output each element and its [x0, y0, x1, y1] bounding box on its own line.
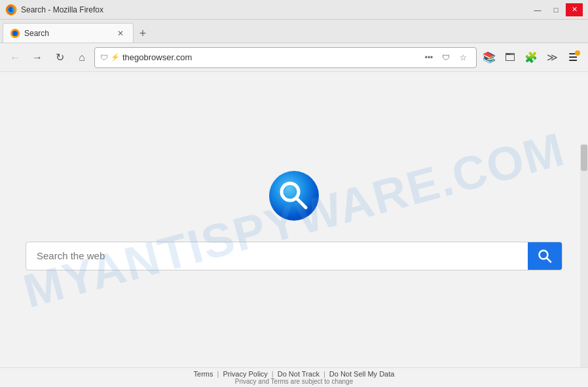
minimize-button[interactable]: —: [529, 3, 546, 16]
home-button[interactable]: ⌂: [72, 48, 92, 67]
footer-donottrack-link[interactable]: Do Not Track: [278, 370, 320, 378]
search-button[interactable]: [528, 242, 562, 270]
url-bar[interactable]: 🛡 ⚡ ••• 🛡 ☆: [94, 47, 477, 68]
url-input[interactable]: [122, 52, 418, 62]
nav-bar: ← → ↻ ⌂ 🛡 ⚡ ••• 🛡 ☆ 📚 🗔 🧩 ≫ ☰: [0, 43, 588, 72]
svg-line-8: [547, 257, 551, 262]
notification-dot: [575, 50, 580, 56]
title-bar: Search - Mozilla Firefox — □ ✕: [0, 0, 588, 20]
back-button[interactable]: ←: [5, 48, 25, 67]
svg-point-4: [269, 171, 319, 221]
tab-icon: [10, 28, 20, 39]
footer-privacy-link[interactable]: Privacy Policy: [223, 370, 267, 378]
footer-sep-2: |: [272, 370, 274, 378]
close-button[interactable]: ✕: [566, 3, 583, 16]
footer-terms-link[interactable]: Terms: [194, 370, 213, 378]
reload-button[interactable]: ↻: [50, 48, 69, 67]
tracking-icon: ⚡: [111, 53, 120, 62]
forward-button[interactable]: →: [28, 48, 47, 67]
scrollbar[interactable]: [580, 144, 588, 367]
library-button[interactable]: 📚: [479, 48, 499, 67]
bookmark-shield-button[interactable]: 🛡: [438, 50, 454, 65]
tab-bar: Search ✕ +: [0, 20, 588, 43]
extensions-button[interactable]: 🧩: [521, 48, 541, 67]
svg-point-3: [12, 31, 18, 36]
main-content: MYANTISPYWARE.COM: [0, 72, 588, 367]
more-options-button[interactable]: •••: [421, 50, 437, 65]
window-title: Search - Mozilla Firefox: [21, 5, 103, 14]
footer-sep-1: |: [217, 370, 219, 378]
scrollbar-thumb[interactable]: [581, 145, 587, 171]
footer-links: Terms | Privacy Policy | Do Not Track | …: [194, 370, 395, 378]
search-box: [26, 242, 562, 270]
notification-button[interactable]: ☰: [563, 48, 583, 67]
security-icon: 🛡: [100, 53, 108, 62]
tab-close-button[interactable]: ✕: [115, 28, 126, 39]
bookmark-star-button[interactable]: ☆: [455, 50, 471, 65]
new-tab-button[interactable]: +: [134, 24, 152, 43]
footer-sep-3: |: [323, 370, 325, 378]
search-button-icon: [538, 249, 552, 263]
footer: Terms | Privacy Policy | Do Not Track | …: [0, 367, 588, 387]
synced-tabs-button[interactable]: 🗔: [500, 48, 520, 67]
url-actions: ••• 🛡 ☆: [421, 50, 471, 65]
window-controls: — □ ✕: [529, 3, 583, 16]
firefox-logo-icon: [5, 4, 17, 16]
search-input[interactable]: [26, 242, 528, 270]
maximize-button[interactable]: □: [547, 3, 564, 16]
footer-note: Privacy and Terms are subject to change: [235, 378, 353, 385]
search-logo-icon: [268, 170, 320, 222]
footer-donotsell-link[interactable]: Do Not Sell My Data: [329, 370, 395, 378]
title-bar-left: Search - Mozilla Firefox: [5, 4, 103, 16]
tab-title: Search: [24, 29, 111, 38]
overflow-button[interactable]: ≫: [542, 48, 562, 67]
toolbar-right: 📚 🗔 🧩 ≫ ☰: [479, 48, 583, 67]
active-tab[interactable]: Search ✕: [3, 23, 134, 43]
